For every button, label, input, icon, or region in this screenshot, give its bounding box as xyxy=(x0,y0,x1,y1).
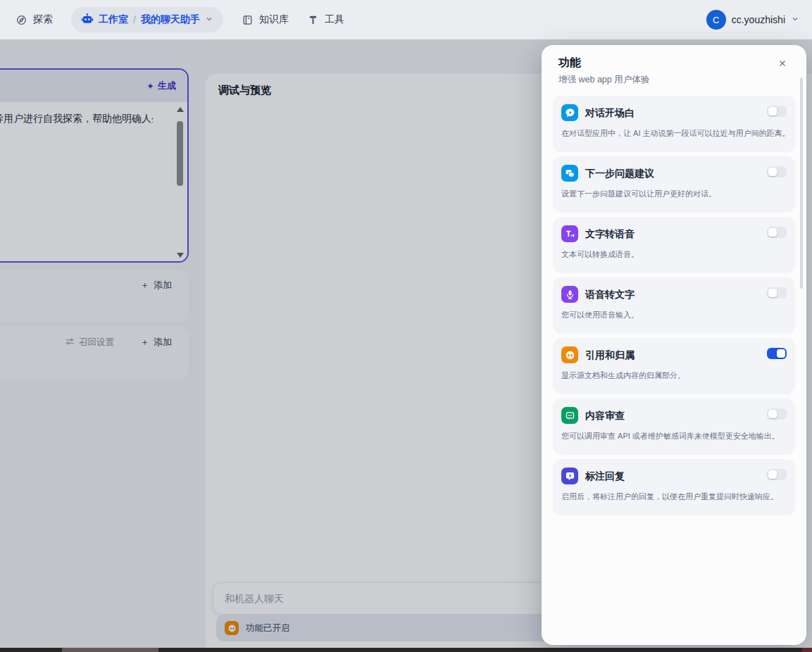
feature-toggle[interactable] xyxy=(767,166,787,177)
toggle-knob xyxy=(777,349,785,358)
robot-icon xyxy=(81,13,94,27)
toggle-knob xyxy=(768,228,777,237)
features-panel-header: 功能 增强 web app 用户体验 xyxy=(542,45,806,86)
book-icon xyxy=(242,14,254,26)
toggle-knob xyxy=(768,470,777,479)
feature-title: 对话开场白 xyxy=(585,107,635,120)
annotation-icon xyxy=(561,468,578,484)
feature-title: 引用和归属 xyxy=(585,349,635,362)
text-to-speech-icon xyxy=(561,225,578,242)
feature-title: 语音转文字 xyxy=(585,289,635,301)
app-screen: 探索 工作室 / 我的聊天助手 知识库 xyxy=(0,0,812,652)
feature-toggle[interactable] xyxy=(767,408,787,420)
next-question-icon xyxy=(561,165,578,182)
feature-toggle[interactable] xyxy=(767,227,787,238)
feature-title: 下一步问题建议 xyxy=(585,168,654,180)
hammer-icon xyxy=(307,14,319,26)
moderation-icon xyxy=(561,407,578,424)
user-name: cc.youzhishi xyxy=(732,14,785,25)
nav-item-knowledge[interactable]: 知识库 xyxy=(242,13,289,26)
toggle-knob xyxy=(768,410,777,418)
feature-toggle[interactable] xyxy=(767,106,787,117)
toggle-knob xyxy=(768,168,777,176)
feature-desc: 文本可以转换成语音。 xyxy=(561,249,788,260)
top-nav: 探索 工作室 / 我的聊天助手 知识库 xyxy=(0,0,812,39)
feature-title: 标注回复 xyxy=(585,470,625,483)
speech-to-text-icon xyxy=(561,286,578,303)
feature-card-text-to-speech: 文字转语音 文本可以转换成语音。 xyxy=(553,217,795,273)
feature-card-annotation: 标注回复 启用后，将标注用户的回复，以便在用户重复提问时快速响应。 xyxy=(553,459,795,515)
feature-title: 内容审查 xyxy=(585,410,625,422)
toggle-knob xyxy=(768,107,777,115)
feature-toggle[interactable] xyxy=(767,287,787,299)
features-panel-title: 功能 xyxy=(558,56,789,70)
close-icon[interactable] xyxy=(775,56,789,70)
features-panel-subtitle: 增强 web app 用户体验 xyxy=(558,74,789,86)
feature-desc: 在对话型应用中，让 AI 主动说第一段话可以拉近与用户间的距离。 xyxy=(561,128,788,139)
feature-card-chat-opener: 对话开场白 在对话型应用中，让 AI 主动说第一段话可以拉近与用户间的距离。 xyxy=(553,96,795,152)
feature-card-citation: 引用和归属 显示源文档和生成内容的归属部分。 xyxy=(553,338,795,394)
nav-left: 探索 工作室 / 我的聊天助手 知识库 xyxy=(0,7,344,32)
nav-studio-label[interactable]: 工作室 xyxy=(99,13,128,26)
nav-app-pill[interactable]: 工作室 / 我的聊天助手 xyxy=(71,7,223,32)
nav-explore-label: 探索 xyxy=(33,13,53,26)
nav-tools-label: 工具 xyxy=(325,13,344,26)
feature-card-speech-to-text: 语音转文字 您可以使用语音输入。 xyxy=(553,277,795,334)
panel-scrollbar-thumb[interactable] xyxy=(800,77,803,289)
feature-desc: 您可以调用审查 API 或者维护敏感词库来使模型更安全地输出。 xyxy=(561,431,788,441)
feature-desc: 启用后，将标注用户的回复，以便在用户重复提问时快速响应。 xyxy=(561,491,788,502)
feature-title: 文字转语音 xyxy=(585,228,635,241)
features-panel: 功能 增强 web app 用户体验 对话开场白 在对话型应用中，让 AI 主动… xyxy=(542,45,806,645)
feature-card-moderation: 内容审查 您可以调用审查 API 或者维护敏感词库来使模型更安全地输出。 xyxy=(553,399,795,455)
nav-item-explore[interactable]: 探索 xyxy=(15,13,53,26)
chevron-down-icon xyxy=(205,14,213,25)
chevron-down-icon xyxy=(791,13,799,26)
nav-knowledge-label: 知识库 xyxy=(259,13,289,26)
nav-app-name[interactable]: 我的聊天助手 xyxy=(141,13,200,26)
nav-item-tools[interactable]: 工具 xyxy=(307,13,344,26)
breadcrumb-divider: / xyxy=(133,14,136,25)
nav-user-menu[interactable]: C cc.youzhishi xyxy=(706,10,812,30)
compass-icon xyxy=(15,14,27,26)
feature-card-next-question: 下一步问题建议 设置下一步问题建议可以让用户更好的对话。 xyxy=(553,156,795,213)
toggle-knob xyxy=(768,289,777,297)
feature-desc: 显示源文档和生成内容的归属部分。 xyxy=(561,370,788,381)
features-list: 对话开场白 在对话型应用中，让 AI 主动说第一段话可以拉近与用户间的距离。 下… xyxy=(542,86,806,515)
citation-icon xyxy=(561,346,578,363)
feature-toggle[interactable] xyxy=(767,348,787,359)
chat-opener-icon xyxy=(561,104,578,121)
avatar[interactable]: C xyxy=(706,10,726,30)
feature-desc: 您可以使用语音输入。 xyxy=(561,310,788,320)
feature-desc: 设置下一步问题建议可以让用户更好的对话。 xyxy=(561,189,788,199)
feature-toggle[interactable] xyxy=(767,469,787,480)
